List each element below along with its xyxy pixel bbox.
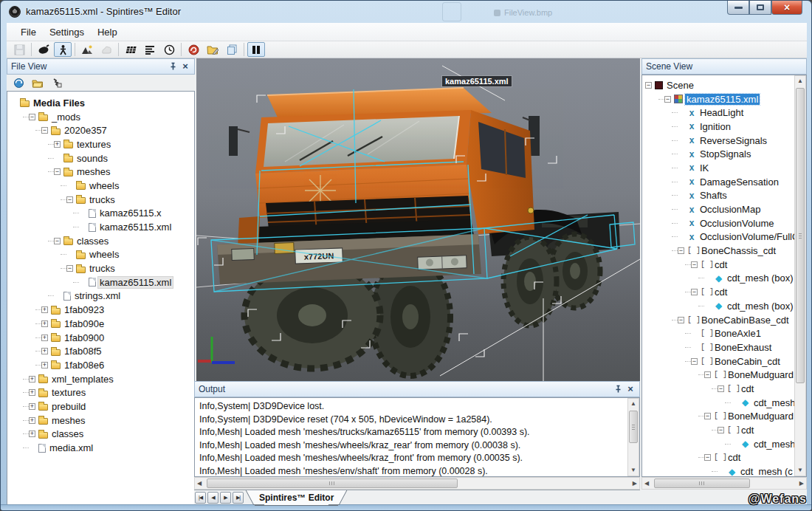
copy-icon[interactable]: [223, 42, 241, 57]
scene-vertical-scrollbar[interactable]: ▲ ▼: [794, 75, 806, 476]
tree-item-cdt-mesh[interactable]: ◆cdt_mesh: [642, 437, 806, 451]
close-button[interactable]: ×: [771, 1, 802, 15]
collapse-icon[interactable]: −: [704, 371, 711, 378]
output-horizontal-scrollbar[interactable]: ◀ ▶: [194, 477, 640, 490]
collapse-icon[interactable]: −: [718, 385, 724, 392]
menu-item-file[interactable]: File: [14, 24, 43, 40]
collapse-icon[interactable]: −: [704, 454, 711, 461]
tree-item-reversesignals[interactable]: xReverseSignals: [642, 134, 806, 148]
tree-item-cdt-mesh[interactable]: ◆cdt_mesh: [642, 396, 806, 410]
tree-item-stopsignals[interactable]: xStopSignals: [642, 147, 806, 161]
collapse-icon[interactable]: −: [645, 82, 652, 89]
tree-item-cdt[interactable]: −[ ]cdt: [642, 382, 806, 396]
minimize-button[interactable]: [727, 1, 749, 15]
pause-icon[interactable]: [247, 42, 265, 57]
tree-item-kamaz65115-xml[interactable]: kamaz65115.xml: [7, 220, 194, 234]
tree-item-occlusionvolume[interactable]: xOcclusionVolume: [642, 216, 806, 230]
tree-item-cdt[interactable]: −[ ]cdt: [642, 285, 806, 299]
tree-item-headlight[interactable]: xHeadLight: [642, 106, 806, 120]
expand-icon[interactable]: +: [29, 417, 35, 424]
tree-item-cdt-mesh-c[interactable]: ◆cdt_mesh (c: [642, 464, 806, 477]
tree-item-scene[interactable]: −Scene: [642, 78, 806, 92]
tree-item-damagesensation[interactable]: xDamageSensation: [642, 175, 806, 189]
tree-item-media-files[interactable]: Media Files: [7, 96, 194, 110]
tree-item-ignition[interactable]: xIgnition: [642, 120, 806, 134]
tab-first-button[interactable]: |◀: [195, 492, 206, 504]
pin-icon[interactable]: [168, 61, 178, 72]
tree-item--mods[interactable]: −_mods: [7, 110, 194, 124]
expand-icon[interactable]: +: [29, 376, 35, 383]
collapse-icon[interactable]: −: [691, 358, 698, 365]
tree-item-kamaz65115-xml[interactable]: kamaz65115.xml: [7, 275, 194, 289]
scroll-right-icon[interactable]: ▶: [799, 481, 804, 487]
expand-icon[interactable]: +: [29, 403, 35, 410]
tree-item-trucks[interactable]: −trucks: [7, 193, 194, 207]
tree-item-boneexhaust[interactable]: [ ]BoneExhaust: [642, 340, 806, 354]
tree-item-media-xml[interactable]: media.xml: [7, 441, 194, 455]
open-folder-icon[interactable]: [29, 75, 47, 90]
scroll-down-icon[interactable]: ▼: [795, 467, 805, 473]
collapse-icon[interactable]: −: [29, 114, 35, 120]
collapse-icon[interactable]: −: [66, 196, 73, 203]
output-log[interactable]: Info,System| D3D9Device lost.Info,System…: [194, 397, 640, 477]
tree-item-boneaxle1[interactable]: [ ]BoneAxle1: [642, 326, 806, 340]
collapse-icon[interactable]: −: [718, 427, 724, 433]
output-hscroll-thumb[interactable]: [207, 479, 458, 488]
editor-tab[interactable]: Spintires™ Editor: [255, 490, 338, 506]
tree-item-xml-templates[interactable]: +xml_templates: [7, 372, 194, 386]
tree-item-textures[interactable]: +textures: [7, 137, 194, 151]
collapse-icon[interactable]: −: [704, 413, 711, 419]
title-bar[interactable]: FileView.bmp kamaz65115.xml - Spintires™…: [1, 1, 812, 23]
collapse-icon[interactable]: −: [691, 289, 698, 295]
collapse-icon[interactable]: −: [54, 238, 61, 244]
refresh-globe-icon[interactable]: [10, 75, 27, 90]
collapse-icon[interactable]: −: [691, 261, 698, 268]
solar-grid-icon[interactable]: [122, 42, 140, 57]
output-scroll-thumb[interactable]: [629, 411, 638, 443]
rock-icon[interactable]: [97, 42, 115, 57]
tree-item-cdt-mesh-box-[interactable]: ◆cdt_mesh (box): [642, 272, 806, 286]
tree-item-1fab0900[interactable]: +1fab0900: [7, 331, 194, 345]
tree-item-wheels[interactable]: wheels: [7, 248, 194, 262]
scroll-left-icon[interactable]: ◀: [197, 481, 202, 487]
export-icon[interactable]: [48, 75, 66, 90]
tree-item-meshes[interactable]: −meshes: [7, 165, 194, 179]
tree-item-prebuild[interactable]: +prebuild: [7, 399, 194, 414]
tree-item-1fab0923[interactable]: +1fab0923: [7, 303, 194, 317]
scroll-right-icon[interactable]: ▶: [633, 481, 637, 487]
tree-item-1fab08f5[interactable]: +1fab08f5: [7, 344, 194, 358]
tree-item-1fab090e[interactable]: +1fab090e: [7, 317, 194, 331]
file-view-header[interactable]: File View ×: [7, 58, 195, 75]
tree-item-bonemudguard[interactable]: −[ ]BoneMudguard: [642, 368, 806, 382]
tree-item-shafts[interactable]: xShafts: [642, 189, 806, 203]
expand-icon[interactable]: +: [29, 431, 35, 437]
menu-item-help[interactable]: Help: [91, 24, 124, 40]
expand-icon[interactable]: +: [41, 362, 48, 368]
output-vertical-scrollbar[interactable]: ▲ ▼: [627, 398, 639, 476]
clock-icon[interactable]: [160, 42, 178, 57]
tree-item-occlusionmap[interactable]: xOcclusionMap: [642, 202, 806, 216]
tree-item-bonecabinbase-cdt[interactable]: −[ ]BoneCabinBase_cdt: [642, 313, 806, 327]
tab-next-button[interactable]: ▶: [220, 492, 231, 504]
collapse-icon[interactable]: −: [664, 96, 671, 103]
tree-item-cdt-mesh-box-[interactable]: ◆cdt_mesh (box): [642, 299, 806, 313]
tree-item-trucks[interactable]: −trucks: [7, 261, 194, 275]
collapse-icon[interactable]: −: [41, 127, 48, 134]
tree-item-classes[interactable]: +classes: [7, 428, 194, 442]
expand-icon[interactable]: +: [29, 389, 35, 396]
terrain-icon[interactable]: [78, 42, 96, 57]
tree-item-sounds[interactable]: sounds: [7, 151, 194, 165]
tree-item-2020e357[interactable]: −2020e357: [7, 123, 194, 137]
tree-item-occlusionvolume-fullo[interactable]: xOcclusionVolume/FullO: [642, 230, 806, 244]
folder-edit-icon[interactable]: [204, 42, 221, 57]
expand-icon[interactable]: +: [41, 348, 48, 354]
collapse-icon[interactable]: −: [54, 168, 61, 175]
scroll-left-icon[interactable]: ◀: [644, 481, 649, 487]
tree-item-strings-xml[interactable]: strings.xml: [7, 289, 194, 303]
tree-item-bonecabin-cdt[interactable]: −[ ]BoneCabin_cdt: [642, 354, 806, 368]
collapse-icon[interactable]: −: [678, 317, 684, 323]
menu-item-settings[interactable]: Settings: [43, 24, 91, 40]
viewport-3d[interactable]: x772UN: [196, 58, 640, 381]
scroll-up-icon[interactable]: ▲: [628, 401, 639, 407]
scroll-up-icon[interactable]: ▲: [795, 78, 805, 84]
